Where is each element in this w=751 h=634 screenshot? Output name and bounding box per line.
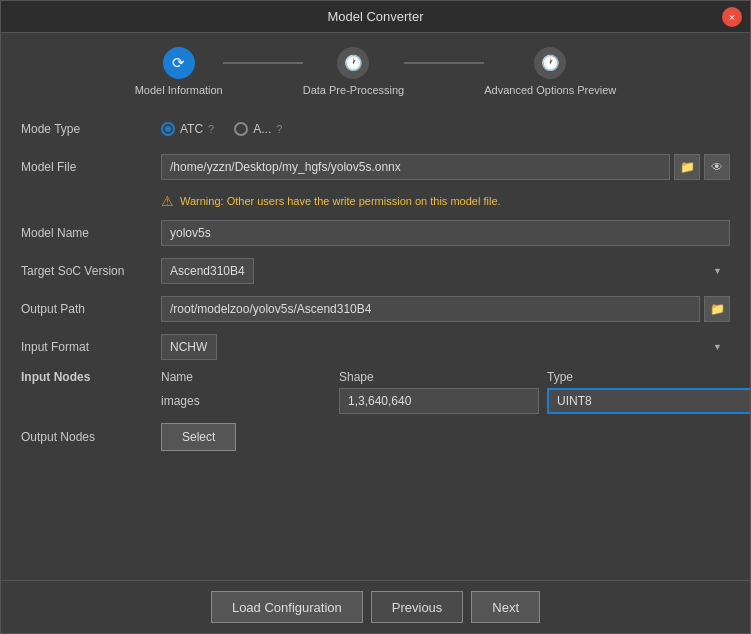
output-path-label: Output Path [21,302,161,316]
output-nodes-control: Select [161,423,730,451]
target-soc-select[interactable]: Ascend310B4 [161,258,254,284]
atc-help-icon[interactable]: ? [208,123,214,135]
mode-type-row: Mode Type ATC ? A... ? [21,114,730,144]
input-format-row: Input Format NCHW NHWC [21,332,730,362]
radio-dot-atc[interactable] [161,122,175,136]
step-line-2 [404,62,484,64]
radio-group-mode: ATC ? A... ? [161,122,282,136]
warning-row: ⚠ Warning: Other users have the write pe… [21,190,730,212]
target-soc-row: Target SoC Version Ascend310B4 [21,256,730,286]
output-nodes-label: Output Nodes [21,430,161,444]
step-label-3: Advanced Options Preview [484,84,616,96]
step-circle-2: 🕐 [337,47,369,79]
input-nodes-content: Name Shape Type images UINT8 FLOAT16 FLO… [161,370,750,414]
node-name-images: images [161,394,331,408]
title-bar: Model Converter × [1,1,750,33]
stepper: ⟳ Model Information 🕐 Data Pre-Processin… [1,33,750,106]
mode-type-control: ATC ? A... ? [161,122,730,136]
target-soc-label: Target SoC Version [21,264,161,278]
footer: Load Configuration Previous Next [1,580,750,633]
input-format-control: NCHW NHWC [161,334,730,360]
output-path-row: Output Path 📁 [21,294,730,324]
nodes-table-header: Name Shape Type [161,370,750,384]
shape-col-header: Shape [339,370,539,384]
model-file-control: 📁 👁 [161,154,730,180]
step-advanced-options: 🕐 Advanced Options Preview [484,47,616,96]
input-nodes-row: Input Nodes Name Shape Type images UINT8… [21,370,730,414]
name-col-header: Name [161,370,331,384]
model-name-row: Model Name [21,218,730,248]
main-window: Model Converter × ⟳ Model Information 🕐 … [0,0,751,634]
step-data-preprocessing: 🕐 Data Pre-Processing [303,47,405,96]
model-name-input[interactable] [161,220,730,246]
node-shape-input[interactable] [339,388,539,414]
input-format-select[interactable]: NCHW NHWC [161,334,217,360]
close-button[interactable]: × [722,7,742,27]
model-file-label: Model File [21,160,161,174]
target-soc-control: Ascend310B4 [161,258,730,284]
step-circle-1: ⟳ [163,47,195,79]
load-configuration-button[interactable]: Load Configuration [211,591,363,623]
model-name-label: Model Name [21,226,161,240]
model-file-input[interactable] [161,154,670,180]
step-label-1: Model Information [135,84,223,96]
output-path-control: 📁 [161,296,730,322]
model-name-control [161,220,730,246]
step-label-2: Data Pre-Processing [303,84,405,96]
content-area: Mode Type ATC ? A... ? Model [1,106,750,580]
next-button[interactable]: Next [471,591,540,623]
type-col-header: Type [547,370,747,384]
step-line-1 [223,62,303,64]
output-path-browse-button[interactable]: 📁 [704,296,730,322]
step-model-information: ⟳ Model Information [135,47,223,96]
model-file-eye-button[interactable]: 👁 [704,154,730,180]
radio-dot-a[interactable] [234,122,248,136]
target-soc-select-wrapper: Ascend310B4 [161,258,730,284]
output-nodes-row: Output Nodes Select [21,422,730,452]
radio-atc[interactable]: ATC ? [161,122,214,136]
radio-label-a: A... [253,122,271,136]
step-circle-3: 🕐 [534,47,566,79]
select-output-nodes-button[interactable]: Select [161,423,236,451]
radio-a[interactable]: A... ? [234,122,282,136]
model-file-row: Model File 📁 👁 [21,152,730,182]
input-nodes-label: Input Nodes [21,370,161,384]
input-format-label: Input Format [21,340,161,354]
output-path-input[interactable] [161,296,700,322]
a-help-icon[interactable]: ? [276,123,282,135]
warning-text: Warning: Other users have the write perm… [180,195,501,207]
model-file-browse-button[interactable]: 📁 [674,154,700,180]
window-title: Model Converter [327,9,423,24]
previous-button[interactable]: Previous [371,591,464,623]
node-type-select-wrapper: UINT8 FLOAT16 FLOAT32 INT8 INT16 INT32 [547,388,750,414]
radio-label-atc: ATC [180,122,203,136]
warning-icon: ⚠ [161,193,174,209]
node-row-images: images UINT8 FLOAT16 FLOAT32 INT8 INT16 … [161,388,750,414]
input-format-select-wrapper: NCHW NHWC [161,334,730,360]
node-type-select[interactable]: UINT8 FLOAT16 FLOAT32 INT8 INT16 INT32 [547,388,750,414]
mode-type-label: Mode Type [21,122,161,136]
